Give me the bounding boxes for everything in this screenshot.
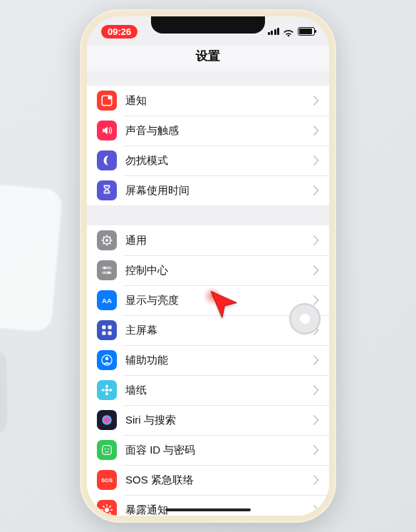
- settings-row-label: 墙纸: [125, 384, 313, 397]
- settings-row-label: 声音与触感: [125, 124, 313, 138]
- settings-row-label: 屏幕使用时间: [125, 184, 313, 198]
- settings-row-label: 通用: [125, 234, 313, 247]
- svg-line-9: [110, 243, 111, 245]
- home-indicator[interactable]: [165, 508, 251, 511]
- svg-point-1: [108, 96, 111, 100]
- chevron-right-icon: [313, 126, 319, 135]
- status-time: 09:26: [101, 25, 137, 39]
- svg-line-8: [103, 237, 105, 238]
- svg-rect-18: [108, 325, 112, 329]
- status-bar: 09:26: [87, 16, 329, 45]
- speaker-icon: [97, 121, 117, 140]
- settings-row-sos[interactable]: SOSSOS 紧急联络: [87, 465, 329, 495]
- siri-icon: [97, 410, 117, 430]
- settings-group: 通用控制中心AA显示与亮度主屏幕辅助功能墙纸Siri 与搜索面容 ID 与密码S…: [87, 225, 329, 516]
- gear-icon: [97, 230, 117, 250]
- chevron-right-icon: [313, 475, 319, 485]
- svg-point-30: [105, 449, 106, 450]
- chevron-right-icon: [313, 155, 319, 165]
- page-title: 设置: [87, 45, 329, 71]
- settings-row-screentime[interactable]: 屏幕使用时间: [87, 175, 329, 205]
- svg-line-39: [110, 513, 111, 514]
- switches-icon: [97, 260, 117, 280]
- aa-icon: AA: [97, 290, 117, 310]
- svg-rect-19: [102, 332, 105, 335]
- svg-line-41: [110, 506, 111, 508]
- chevron-right-icon: [313, 265, 319, 275]
- grid-icon: [97, 320, 117, 340]
- chevron-right-icon: [313, 185, 319, 195]
- assistive-touch-button[interactable]: [289, 303, 321, 334]
- flower-icon: [97, 380, 117, 400]
- chevron-right-icon: [313, 235, 319, 245]
- settings-row-sounds[interactable]: 声音与触感: [87, 116, 329, 145]
- notifications-icon: [97, 91, 117, 111]
- chevron-right-icon: [313, 415, 319, 425]
- status-indicators: [268, 27, 316, 36]
- moon-icon: [97, 150, 117, 170]
- settings-row-wallpaper[interactable]: 墙纸: [87, 375, 329, 405]
- chevron-right-icon: [313, 385, 319, 395]
- svg-point-25: [105, 392, 108, 396]
- svg-line-10: [103, 243, 105, 245]
- settings-row-label: 控制中心: [125, 264, 313, 277]
- settings-row-label: 主屏幕: [125, 324, 313, 337]
- svg-rect-29: [103, 446, 112, 455]
- instruction-cursor-overlay: [207, 286, 242, 322]
- svg-text:AA: AA: [102, 297, 112, 305]
- settings-row-control[interactable]: 控制中心: [87, 255, 329, 285]
- chevron-right-icon: [313, 505, 319, 515]
- svg-text:SOS: SOS: [101, 477, 113, 484]
- svg-line-38: [103, 506, 105, 508]
- svg-point-28: [102, 415, 112, 425]
- settings-row-label: SOS 紧急联络: [125, 474, 313, 487]
- settings-row-label: 通知: [125, 94, 313, 108]
- svg-point-27: [109, 389, 113, 392]
- svg-rect-20: [108, 332, 112, 335]
- svg-point-31: [108, 449, 109, 450]
- svg-point-13: [103, 267, 105, 269]
- svg-point-24: [105, 385, 108, 389]
- settings-row-exposure[interactable]: 暴露通知: [87, 495, 329, 516]
- settings-row-notifications[interactable]: 通知: [87, 86, 329, 116]
- hourglass-icon: [97, 180, 117, 200]
- svg-rect-14: [102, 272, 112, 275]
- phone-screen: 09:26 设置 通知声音与触感勿扰模式屏幕使用时间通用控制中心AA显示与亮度主…: [87, 16, 329, 516]
- settings-row-label: 勿扰模式: [125, 154, 313, 168]
- phone-frame: 09:26 设置 通知声音与触感勿扰模式屏幕使用时间通用控制中心AA显示与亮度主…: [80, 9, 336, 523]
- person-icon: [97, 350, 117, 370]
- settings-row-accessibility[interactable]: 辅助功能: [87, 345, 329, 375]
- face-icon: [97, 440, 117, 460]
- svg-point-22: [105, 357, 109, 361]
- chevron-right-icon: [313, 295, 319, 305]
- settings-row-label: 面容 ID 与密码: [125, 444, 313, 457]
- settings-row-siri[interactable]: Siri 与搜索: [87, 405, 329, 435]
- notch: [151, 16, 265, 34]
- svg-line-11: [110, 237, 111, 238]
- svg-point-23: [105, 389, 109, 392]
- settings-row-faceid[interactable]: 面容 ID 与密码: [87, 435, 329, 465]
- settings-row-label: 辅助功能: [125, 354, 313, 367]
- settings-row-dnd[interactable]: 勿扰模式: [87, 145, 329, 175]
- settings-group: 通知声音与触感勿扰模式屏幕使用时间: [87, 86, 329, 205]
- svg-point-3: [105, 239, 108, 242]
- settings-row-general[interactable]: 通用: [87, 225, 329, 255]
- sos-icon: SOS: [97, 470, 117, 490]
- svg-rect-12: [102, 267, 112, 270]
- svg-line-40: [103, 513, 105, 514]
- cellular-icon: [268, 28, 280, 35]
- chevron-right-icon: [313, 445, 319, 455]
- settings-row-label: Siri 与搜索: [125, 414, 313, 427]
- svg-rect-17: [102, 325, 105, 329]
- svg-point-15: [108, 272, 110, 274]
- battery-icon: [298, 27, 315, 36]
- exposure-icon: [97, 500, 117, 516]
- svg-point-33: [105, 508, 109, 512]
- svg-point-26: [102, 389, 105, 392]
- chevron-right-icon: [313, 96, 319, 106]
- chevron-right-icon: [313, 355, 319, 365]
- wifi-icon: [283, 27, 294, 36]
